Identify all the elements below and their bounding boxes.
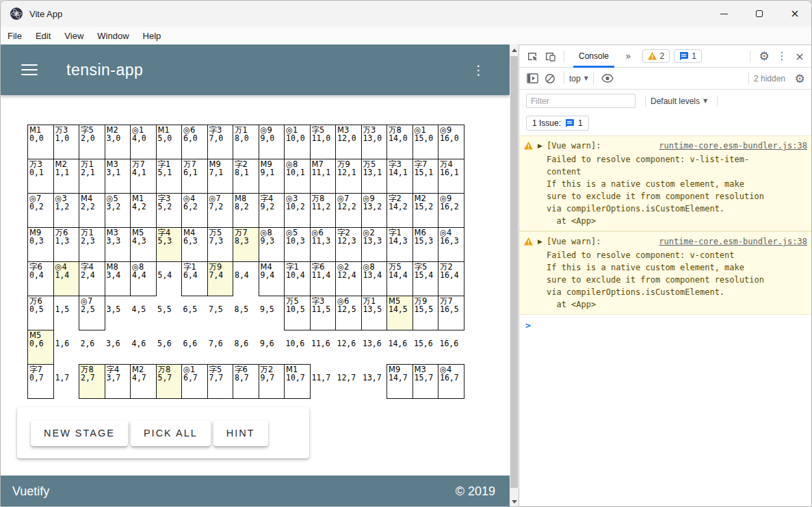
board-tile[interactable]: 万510,5 <box>285 296 311 330</box>
inspect-element-icon[interactable] <box>523 47 541 65</box>
log-levels-dropdown[interactable]: Default levels ▼ <box>651 96 707 106</box>
board-tile[interactable]: M10,0 <box>28 125 54 159</box>
board-tile[interactable]: 万18,0 <box>233 125 259 159</box>
board-tile[interactable]: ◎31,2 <box>53 194 79 228</box>
board-tile[interactable]: M46,3 <box>182 228 208 262</box>
board-tile[interactable]: 字16,4 <box>182 262 208 296</box>
board-tile[interactable]: 万31,0 <box>53 125 79 159</box>
board-tile[interactable]: ◎612,5 <box>336 296 362 330</box>
board-tile[interactable]: M615,3 <box>412 228 438 262</box>
board-tile[interactable]: 字42,4 <box>79 262 105 296</box>
board-tile[interactable]: ◎99,0 <box>259 125 285 159</box>
board-tile[interactable]: 万811,2 <box>310 194 336 228</box>
board-tile[interactable]: M49,4 <box>259 262 285 296</box>
board-tile[interactable]: M99,1 <box>259 159 285 194</box>
board-tile[interactable]: 万29,7 <box>259 365 285 399</box>
board-tile[interactable]: 字15,1 <box>156 159 182 194</box>
board-tile[interactable]: 万12,1 <box>79 159 105 194</box>
board-tile[interactable]: ◎72,5 <box>79 296 105 330</box>
board-tile[interactable]: 字43,7 <box>105 365 131 399</box>
board-tile[interactable]: 万814,0 <box>387 125 413 159</box>
board-tile[interactable]: ◎416,7 <box>438 365 464 399</box>
maximize-button[interactable] <box>742 1 777 27</box>
board-tile[interactable]: 字110,4 <box>285 262 311 296</box>
board-tile[interactable]: 字715,1 <box>412 159 438 194</box>
issues-badge[interactable]: 1 Issue: 1 <box>526 116 589 131</box>
board-tile[interactable]: M15,0 <box>156 125 182 159</box>
expand-triangle-icon[interactable]: ▶ <box>538 140 542 152</box>
board-tile[interactable]: M90,3 <box>28 228 54 262</box>
board-tile[interactable]: 字52,0 <box>79 125 105 159</box>
board-tile[interactable]: ◎813,4 <box>361 262 387 296</box>
clear-console-icon[interactable] <box>541 70 559 88</box>
board-tile[interactable]: 字515,4 <box>412 262 438 296</box>
board-tile[interactable]: M24,7 <box>131 365 157 399</box>
board-tile[interactable]: 字37,0 <box>207 125 233 159</box>
board-tile[interactable]: 万61,3 <box>53 228 79 262</box>
minimize-button[interactable] <box>706 1 742 27</box>
board-tile[interactable]: ◎84,4 <box>131 262 157 296</box>
board-tile[interactable]: 万82,7 <box>79 365 105 399</box>
board-tile[interactable]: ◎916,0 <box>438 125 464 159</box>
board-tile[interactable]: 字45,3 <box>156 228 182 262</box>
board-tile[interactable]: ◎510,3 <box>285 228 311 262</box>
board-tile[interactable]: 万915,5 <box>412 296 438 330</box>
board-tile[interactable]: M14,2 <box>131 194 157 228</box>
board-tile[interactable]: 万113,5 <box>361 296 387 330</box>
board-tile[interactable]: ◎712,2 <box>336 194 362 228</box>
board-tile[interactable]: 万216,4 <box>438 262 464 296</box>
board-tile[interactable]: ◎416,3 <box>438 228 464 262</box>
board-tile[interactable]: 万514,4 <box>387 262 413 296</box>
board-tile[interactable]: 万97,4 <box>207 262 233 296</box>
board-tile[interactable]: 字70,7 <box>28 365 54 399</box>
console-prompt[interactable]: > <box>519 315 812 330</box>
board-tile[interactable]: ◎212,4 <box>336 262 362 296</box>
hamburger-menu-icon[interactable] <box>21 61 38 79</box>
board-tile[interactable]: M21,1 <box>53 159 79 194</box>
source-link[interactable]: runtime-core.esm-bundler.js:38 <box>659 235 807 248</box>
board-tile[interactable]: M54,3 <box>131 228 157 262</box>
board-tile[interactable]: M23,0 <box>105 125 131 159</box>
menu-item-help[interactable]: Help <box>136 31 168 41</box>
board-tile[interactable]: 万74,1 <box>131 159 157 194</box>
board-tile[interactable]: ◎810,1 <box>285 159 311 194</box>
board-tile[interactable]: 万912,1 <box>336 159 362 194</box>
board-tile[interactable]: ◎913,2 <box>361 194 387 228</box>
scroll-down-button[interactable] <box>510 497 519 507</box>
more-options-icon[interactable]: ⋮ <box>472 66 485 73</box>
board-tile[interactable]: ◎89,3 <box>259 228 285 262</box>
board-tile[interactable]: ◎14,0 <box>131 125 157 159</box>
board-tile[interactable]: M514,5 <box>387 296 413 330</box>
hidden-messages-label[interactable]: 2 hidden <box>754 74 785 83</box>
live-expression-eye-icon[interactable] <box>599 70 616 88</box>
board-tile[interactable]: M88,2 <box>233 194 259 228</box>
board-tile[interactable]: M315,7 <box>412 365 438 399</box>
scrollbar-thumb[interactable] <box>510 56 518 488</box>
context-selector[interactable]: top ▼ <box>569 74 588 83</box>
menu-item-view[interactable]: View <box>57 31 90 41</box>
board-tile[interactable]: M97,1 <box>207 159 233 194</box>
board-tile[interactable]: ◎16,7 <box>182 365 208 399</box>
warnings-badge[interactable]: 2 <box>642 49 670 63</box>
board-tile[interactable]: M42,2 <box>79 194 105 228</box>
board-tile[interactable]: ◎53,2 <box>105 194 131 228</box>
board-tile[interactable]: ◎115,0 <box>412 125 438 159</box>
devtools-close-icon[interactable]: × <box>791 47 809 65</box>
board-tile[interactable]: M33,1 <box>105 159 131 194</box>
board-tile[interactable]: 万60,5 <box>28 296 54 330</box>
board-tile[interactable]: 字314,1 <box>387 159 413 194</box>
source-link[interactable]: runtime-core.esm-bundler.js:38 <box>659 140 807 152</box>
board-tile[interactable]: 字35,2 <box>156 194 182 228</box>
board-tile[interactable]: ◎916,2 <box>438 194 464 228</box>
board-tile[interactable]: 字611,4 <box>310 262 336 296</box>
board-tile[interactable]: 字60,4 <box>28 262 54 296</box>
board-tile[interactable]: 字28,1 <box>233 159 259 194</box>
close-button[interactable]: × <box>777 1 812 27</box>
board-tile[interactable]: ◎213,3 <box>361 228 387 262</box>
board-tile[interactable]: 字212,3 <box>336 228 362 262</box>
board-tile[interactable]: ◎110,0 <box>285 125 311 159</box>
settings-gear-icon[interactable]: ⚙ <box>755 47 773 65</box>
board-tile[interactable]: 万716,5 <box>438 296 464 330</box>
board-tile[interactable]: 万78,3 <box>233 228 259 262</box>
board-tile[interactable]: ◎611,3 <box>310 228 336 262</box>
